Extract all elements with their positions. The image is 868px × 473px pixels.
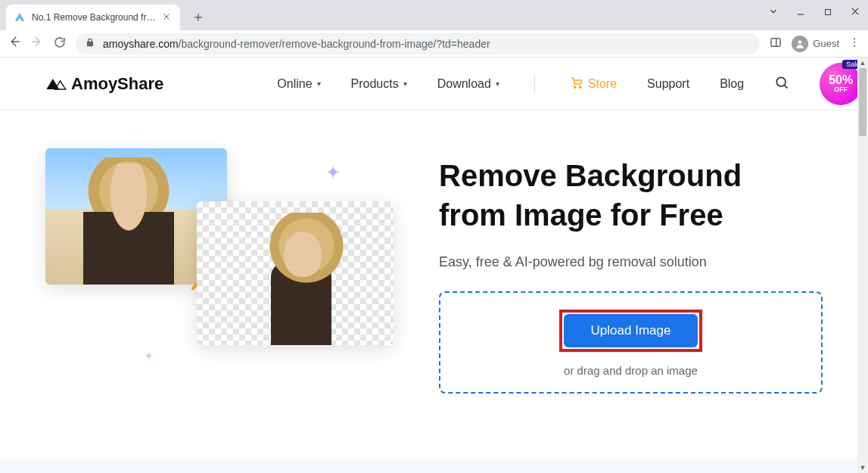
tab-title: No.1 Remove Background from I: [32, 12, 156, 23]
browser-tab[interactable]: No.1 Remove Background from I: [6, 5, 180, 30]
svg-point-7: [579, 86, 580, 87]
new-tab-button[interactable]: [188, 7, 209, 28]
panel-icon[interactable]: [769, 36, 782, 52]
upload-button[interactable]: Upload Image: [564, 314, 698, 347]
guest-label: Guest: [813, 38, 839, 49]
nav-online[interactable]: Online ▾: [277, 77, 320, 91]
tab-favicon-icon: [14, 11, 26, 23]
back-button[interactable]: [8, 35, 21, 52]
sale-percent: 50%: [829, 74, 853, 86]
svg-point-5: [854, 45, 855, 46]
toolbar-right: Guest: [769, 36, 860, 52]
url-domain: amoyshare.com: [103, 38, 179, 50]
profile-chip[interactable]: Guest: [792, 36, 839, 52]
chevron-down-icon: ▾: [403, 79, 407, 88]
upload-dropzone[interactable]: Upload Image or drag and drop an image: [439, 291, 823, 394]
after-image: [197, 201, 394, 345]
sparkle-icon: ✦: [325, 162, 341, 183]
logo-mark-icon: [45, 77, 67, 91]
scroll-up-icon[interactable]: ▲: [857, 58, 868, 68]
chevron-down-icon[interactable]: [767, 6, 780, 20]
page-subtitle: Easy, free & AI-powered bg removal solut…: [439, 254, 823, 270]
search-icon[interactable]: [774, 75, 789, 93]
page-content: AmoyShare Online ▾ Products ▾ Download ▾…: [0, 58, 868, 473]
site-header: AmoyShare Online ▾ Products ▾ Download ▾…: [0, 58, 868, 110]
tab-close-icon[interactable]: [162, 12, 173, 23]
nav-support[interactable]: Support: [647, 77, 689, 91]
browser-tabstrip: No.1 Remove Background from I: [0, 0, 868, 30]
close-window-icon[interactable]: [848, 6, 862, 20]
nav-download[interactable]: Download ▾: [437, 77, 499, 91]
title-line2: from Image for Free: [439, 198, 723, 232]
brand-logo[interactable]: AmoyShare: [45, 74, 163, 94]
forward-button[interactable]: [30, 35, 44, 52]
brand-name: AmoyShare: [71, 74, 163, 94]
footer-band: [0, 459, 857, 473]
hero-text: Remove Background from Image for Free Ea…: [439, 148, 823, 394]
chevron-down-icon: ▾: [496, 79, 499, 88]
url-text: amoyshare.com/background-remover/remove-…: [103, 38, 490, 50]
drop-hint: or drag and drop an image: [456, 364, 806, 377]
nav-blog[interactable]: Blog: [720, 77, 744, 91]
main-nav: Online ▾ Products ▾ Download ▾ Store Sup…: [277, 63, 862, 105]
avatar-icon: [792, 36, 808, 52]
scroll-thumb[interactable]: [859, 68, 866, 136]
nav-blog-label: Blog: [720, 77, 744, 91]
nav-store[interactable]: Store: [570, 76, 617, 92]
nav-support-label: Support: [647, 77, 689, 91]
address-bar[interactable]: amoyshare.com/background-remover/remove-…: [76, 33, 760, 54]
nav-products-label: Products: [351, 77, 399, 91]
reload-button[interactable]: [53, 36, 67, 52]
hero-illustration: ✦ ✦: [45, 148, 409, 391]
vertical-scrollbar[interactable]: ▲ ▼: [857, 58, 868, 473]
nav-products[interactable]: Products ▾: [351, 77, 407, 91]
nav-download-label: Download: [437, 77, 491, 91]
page-title: Remove Background from Image for Free: [439, 156, 823, 235]
cart-icon: [570, 76, 583, 92]
minimize-icon[interactable]: [794, 6, 807, 20]
chevron-down-icon: ▾: [317, 79, 321, 88]
lock-icon: [85, 37, 95, 50]
url-path: /background-remover/remove-background-fr…: [179, 38, 490, 50]
window-controls: [767, 6, 862, 20]
browser-toolbar: amoyshare.com/background-remover/remove-…: [0, 30, 868, 58]
nav-divider: [534, 74, 535, 94]
title-line1: Remove Background: [439, 159, 742, 192]
svg-point-2: [798, 40, 802, 44]
kebab-menu-icon[interactable]: [848, 36, 860, 51]
sale-badge[interactable]: Sale 50% OFF: [820, 63, 862, 105]
sparkle-icon: ✦: [144, 349, 154, 363]
maximize-icon[interactable]: [821, 6, 835, 20]
nav-arrows: [8, 35, 44, 52]
upload-highlight: Upload Image: [559, 310, 703, 352]
hero-section: ✦ ✦ Remove Background from Image for Fre: [0, 110, 868, 394]
svg-point-8: [776, 77, 786, 86]
sale-off: OFF: [834, 86, 848, 93]
nav-store-label: Store: [588, 77, 617, 91]
svg-point-4: [854, 41, 855, 42]
nav-online-label: Online: [277, 77, 312, 91]
scroll-down-icon[interactable]: ▼: [857, 462, 868, 473]
sale-circle: 50% OFF: [820, 63, 862, 105]
svg-point-6: [574, 86, 575, 87]
svg-point-3: [854, 38, 855, 39]
svg-rect-0: [826, 10, 831, 15]
